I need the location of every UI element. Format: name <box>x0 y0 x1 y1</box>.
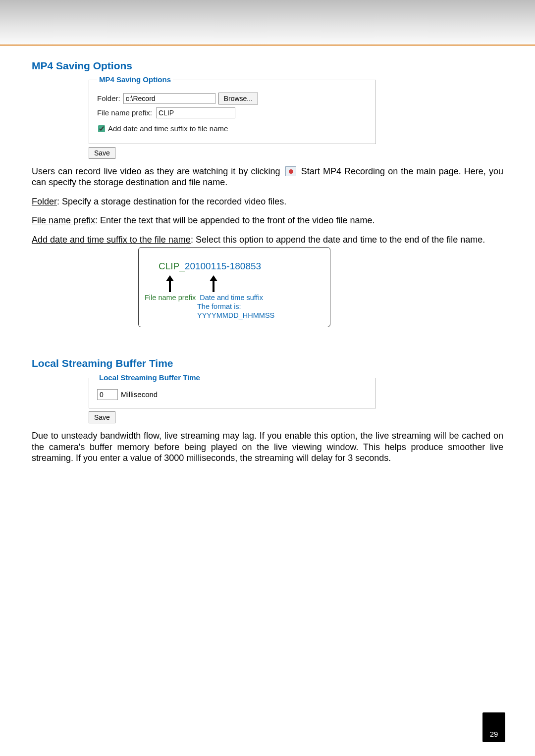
prefix-desc-text: : Enter the text that will be appended t… <box>95 215 374 225</box>
example-clip-part: CLIP_ <box>159 261 185 271</box>
example-caption-format: The format is: YYYYMMDD_HHMMSS <box>197 302 318 320</box>
page-number: 29 <box>482 712 505 742</box>
section-heading-buffer: Local Streaming Buffer Time <box>32 357 503 370</box>
example-caption-suffix: Date and time suffix <box>200 294 263 302</box>
buffer-input[interactable] <box>97 389 118 400</box>
record-icon <box>285 166 296 176</box>
example-caption: File name prefix Date and time suffix Th… <box>145 293 318 320</box>
mp4-intro-paragraph: Users can record live video as they are … <box>32 166 503 188</box>
example-suffix-part: 20100115-180853 <box>185 261 261 271</box>
filename-example-box: CLIP_20100115-180853 File name prefix Da… <box>138 247 330 327</box>
prefix-input[interactable] <box>156 107 235 118</box>
folder-input[interactable] <box>123 93 215 104</box>
example-filename: CLIP_20100115-180853 <box>159 260 318 272</box>
buffer-paragraph: Due to unsteady bandwidth flow, live str… <box>32 430 503 464</box>
mp4-options-panel: MP4 Saving Options Folder: Browse... Fil… <box>89 75 376 144</box>
browse-button[interactable]: Browse... <box>218 93 258 104</box>
save-button-mp4[interactable]: Save <box>89 147 115 159</box>
mp4-panel-legend: MP4 Saving Options <box>97 75 173 85</box>
save-button-buffer[interactable]: Save <box>89 411 115 423</box>
arrow-up-icon <box>165 275 172 290</box>
suffix-desc-text: : Select this option to append the date … <box>191 235 485 245</box>
page-header-gradient <box>0 0 535 45</box>
page-body: MP4 Saving Options MP4 Saving Options Fo… <box>0 46 535 464</box>
folder-label: Folder: <box>97 94 120 103</box>
mp4-intro-text-a: Users can record live video as they are … <box>32 166 280 176</box>
folder-desc-text: : Specify a storage destination for the … <box>57 197 286 206</box>
prefix-desc-label: File name prefix <box>32 215 95 225</box>
arrow-up-icon <box>209 275 216 290</box>
buffer-unit-label: Millisecond <box>121 390 158 400</box>
suffix-desc-label: Add date and time suffix to the file nam… <box>32 235 191 245</box>
buffer-panel-legend: Local Streaming Buffer Time <box>97 373 202 383</box>
section-heading-mp4: MP4 Saving Options <box>32 59 503 72</box>
folder-description: Folder: Specify a storage destination fo… <box>32 196 503 207</box>
suffix-checkbox[interactable] <box>98 125 105 132</box>
suffix-checkbox-label: Add date and time suffix to file name <box>108 124 228 134</box>
suffix-description: Add date and time suffix to the file nam… <box>32 234 503 246</box>
folder-desc-label: Folder <box>32 197 57 206</box>
buffer-panel: Local Streaming Buffer Time Millisecond <box>89 373 376 409</box>
prefix-label: File name prefix: <box>97 108 152 118</box>
example-caption-prefix: File name prefix <box>145 294 196 302</box>
prefix-description: File name prefix: Enter the text that wi… <box>32 215 503 226</box>
page-number-text: 29 <box>490 730 498 738</box>
